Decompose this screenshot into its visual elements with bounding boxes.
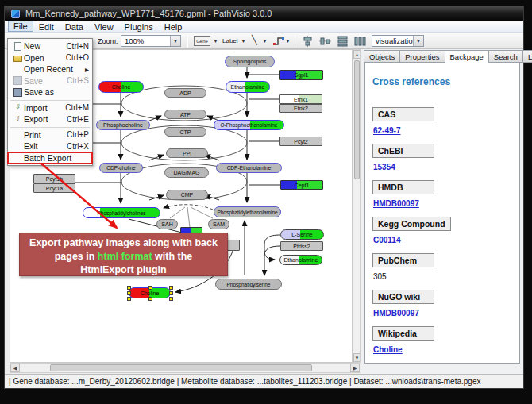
xref-header: PubChem — [372, 253, 434, 267]
pathway-node-sgpl1[interactable]: Sgpl1 — [279, 70, 323, 80]
pathway-node-cdp-choline[interactable]: CDP-choline — [99, 163, 143, 173]
scroll-down-button[interactable]: ▼ — [353, 353, 360, 362]
menu-data[interactable]: Data — [60, 21, 89, 32]
chevron-down-icon[interactable]: ▼ — [413, 36, 423, 46]
menu-item-open[interactable]: OpenCtrl+O — [8, 52, 92, 64]
chevron-down-icon[interactable]: ▼ — [170, 36, 180, 46]
status-text: | Gene database: ...m_Derby_20120602.bri… — [5, 377, 480, 386]
pathway-node-etnk1[interactable]: Etnk1 — [279, 94, 322, 104]
menu-item-label: Import — [24, 103, 62, 113]
xref-link[interactable]: C00114 — [373, 236, 400, 244]
pathway-node-ctp[interactable]: CTP — [164, 127, 206, 137]
menu-item-save-as[interactable]: Save as — [8, 87, 92, 98]
pathway-node-phosphatidylcholines[interactable]: Phosphatidylcholines — [83, 207, 160, 218]
node-label: CTP — [180, 129, 191, 135]
pathway-node-ethanolamine[interactable]: Ethanolamine — [226, 81, 270, 93]
pathway-node-sphingolipids[interactable]: Sphingolipids — [225, 56, 275, 67]
menu-item-export[interactable]: ExportCtrl+E — [8, 114, 92, 125]
node-label: Pcyt1b — [46, 176, 63, 182]
pathway-node-pcyt1b[interactable]: Pcyt1b — [33, 174, 75, 183]
xref-link[interactable]: 15354 — [373, 163, 395, 171]
pathway-node-dag-mag[interactable]: DAG/MAG — [164, 167, 209, 178]
selection-handle[interactable] — [169, 286, 173, 290]
menu-item-open-recent[interactable]: Open Recent▸ — [8, 63, 92, 75]
menu-file[interactable]: File — [8, 21, 33, 32]
menu-view[interactable]: View — [89, 21, 119, 32]
horizontal-scrollbar[interactable]: ◀ ▶ — [10, 363, 360, 373]
pathway-node-adp[interactable]: ADP — [164, 88, 206, 98]
menu-plugins[interactable]: Plugins — [119, 21, 159, 32]
selection-handle[interactable] — [127, 286, 131, 290]
pathway-node-etnk2[interactable]: Etnk2 — [279, 104, 322, 113]
tab-legend[interactable]: Legend — [522, 50, 532, 63]
menu-help[interactable]: Help — [159, 21, 188, 32]
scroll-right-button[interactable]: ▶ — [350, 364, 360, 372]
vertical-scroll-thumb[interactable] — [354, 60, 360, 179]
node-label: ATP — [180, 112, 191, 117]
file-menu: NewCtrl+NOpenCtrl+OOpen Recent▸SaveCtrl+… — [7, 38, 93, 166]
distribute-horizontal-icon[interactable] — [353, 34, 367, 48]
tab-search[interactable]: Search — [488, 50, 522, 63]
menu-item-save[interactable]: SaveCtrl+S — [8, 75, 92, 87]
selection-handle[interactable] — [148, 286, 152, 290]
pathway-node-choline[interactable]: Choline — [98, 81, 144, 93]
pathway-node-cdp-ethanolamine[interactable]: CDP-Ethanolamine — [216, 163, 282, 173]
line-tool-icon[interactable]: ╲ — [252, 35, 257, 45]
chevron-down-icon[interactable]: ▼ — [213, 38, 218, 44]
pathway-node-o-phosphoethanolamine[interactable]: O-Phosphoethanolamine — [214, 120, 284, 130]
zoom-combobox[interactable]: 100% ▼ — [121, 35, 181, 47]
pathway-node-cept1[interactable]: Cept1 — [280, 180, 323, 190]
align-center-y-icon[interactable] — [318, 34, 332, 48]
chevron-down-icon[interactable]: ▼ — [241, 38, 246, 44]
pathway-node-phosphatidylserine[interactable]: Phosphatidylserine — [215, 279, 282, 290]
tab-objects[interactable]: Objects — [364, 50, 399, 63]
selection-handle[interactable] — [127, 291, 131, 295]
xref-link[interactable]: 62-49-7 — [373, 126, 400, 135]
title-bar[interactable]: Mm_Kennedy_pathway_WP1771_45176.gpml - P… — [5, 6, 523, 21]
chevron-down-icon[interactable]: ▼ — [285, 38, 291, 44]
connector-tool-icon[interactable] — [272, 34, 286, 48]
pathway-node-l-serine[interactable]: L-Serine — [280, 229, 324, 240]
pathway-node-sam[interactable]: SAM — [208, 219, 229, 229]
scroll-left-button[interactable]: ◀ — [10, 364, 20, 372]
menu-item-new[interactable]: NewCtrl+N — [8, 40, 92, 52]
pathway-node-pcyt2[interactable]: Pcyt2 — [279, 137, 322, 146]
selection-handle[interactable] — [169, 297, 173, 301]
xref-link[interactable]: Choline — [373, 345, 403, 354]
xref-link[interactable]: HMDB00097 — [373, 199, 419, 208]
scroll-up-button[interactable]: ▲ — [353, 50, 360, 59]
distribute-vertical-icon[interactable] — [335, 34, 349, 48]
pathway-node-sah[interactable]: SAH — [156, 219, 178, 229]
tab-properties[interactable]: Properties — [399, 50, 444, 63]
menu-edit[interactable]: Edit — [33, 21, 60, 32]
new-label-button[interactable]: Label — [222, 37, 238, 44]
horizontal-scroll-thumb[interactable] — [50, 364, 312, 371]
pathway-node-ppi[interactable]: PPi — [166, 148, 208, 158]
node-label: CMP — [181, 192, 194, 198]
pathway-node-ethanolamine[interactable]: Ethanolamine — [279, 255, 322, 265]
visualization-combobox[interactable]: visualization ▼ — [372, 35, 424, 47]
selection-handle[interactable] — [169, 291, 173, 295]
menu-item-print[interactable]: PrintCtrl+P — [8, 129, 92, 141]
tab-backpage[interactable]: Backpage — [445, 50, 488, 63]
pathway-node-cmp[interactable]: CMP — [166, 190, 208, 200]
menu-item-exit[interactable]: ExitCtrl+X — [8, 140, 92, 152]
selection-handle[interactable] — [127, 297, 131, 301]
chevron-down-icon[interactable]: ▼ — [262, 38, 268, 44]
menu-item-label: Exit — [24, 141, 64, 151]
pathway-node-atp[interactable]: ATP — [164, 110, 206, 119]
pathway-node-pcyt1a[interactable]: Pcyt1a — [33, 183, 75, 193]
menu-item-batch-export[interactable]: Batch Export — [8, 152, 92, 164]
vertical-scrollbar[interactable]: ▲ ▼ — [353, 49, 361, 363]
selection-handle[interactable] — [148, 297, 152, 301]
pathway-node-phosphocholine[interactable]: Phosphocholine — [96, 120, 150, 130]
menu-item-import[interactable]: ImportCtrl+M — [8, 102, 92, 114]
align-center-x-icon[interactable] — [300, 34, 314, 48]
new-gene-node-button[interactable]: Gene — [194, 36, 210, 46]
pathway-node-phosphatidylethanolamine[interactable]: Phosphatidylethanolamine — [214, 206, 281, 217]
pathway-node-choline[interactable]: Choline — [129, 287, 171, 298]
node-label: O-Phosphoethanolamine — [221, 122, 278, 128]
xref-section-kegg-compound: Kegg CompoundC00114 — [372, 216, 513, 244]
pathway-node-ptdss2[interactable]: Ptdss2 — [280, 241, 323, 251]
xref-link[interactable]: HMDB00097 — [373, 309, 419, 317]
